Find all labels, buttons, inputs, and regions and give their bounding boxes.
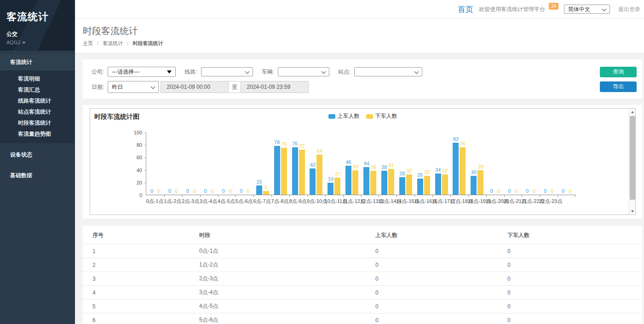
vehicle-select[interactable] bbox=[278, 67, 329, 76]
x-axis-tick bbox=[325, 195, 326, 197]
end-time-input[interactable]: 2024-01-09 23:59 bbox=[241, 81, 309, 93]
sidebar-item-passenger-detail[interactable]: 客流明细 bbox=[0, 73, 75, 84]
bar-group: 00 bbox=[236, 133, 253, 195]
bar-上车人数 bbox=[435, 174, 441, 195]
bar-value-label: 76 bbox=[292, 141, 298, 146]
x-axis-tick bbox=[289, 195, 290, 197]
table-row: 32点-3点00 bbox=[83, 272, 642, 286]
sidebar-item-trend-chart[interactable]: 客流量趋势图 bbox=[0, 128, 75, 139]
x-axis-tick bbox=[361, 195, 362, 197]
x-axis-tick bbox=[540, 195, 540, 197]
sidebar-item-period-stats[interactable]: 时段客流统计 bbox=[0, 117, 75, 128]
chart-scrollbar[interactable] bbox=[629, 109, 635, 214]
table-row: 10点-1点00 bbox=[83, 244, 642, 258]
table-body: 10点-1点0021点-2点0032点-3点0043点-4点0054点-5点00… bbox=[83, 244, 642, 324]
bar-group: 00 bbox=[522, 133, 540, 195]
main-area: 首页 欢迎使用客流统计管理平台 34 简体中文 退出登录 时段客流统计 主页 /… bbox=[75, 0, 644, 324]
sidebar-item-passenger-summary[interactable]: 客流汇总 bbox=[0, 84, 75, 95]
legend-item[interactable]: 下车人数 bbox=[366, 112, 397, 120]
sidebar-item-passenger-stats[interactable]: 客流统计 bbox=[0, 54, 75, 70]
table-cell: 0 bbox=[498, 272, 642, 286]
x-axis-tick-label: 19点-20点 bbox=[486, 198, 504, 205]
bar-上车人数 bbox=[453, 143, 459, 195]
bar-value-label: 0 bbox=[229, 188, 231, 194]
bar-group: 4264 bbox=[307, 133, 325, 195]
bar-value-label: 0 bbox=[150, 188, 153, 194]
table-cell: 2 bbox=[83, 258, 190, 272]
bar-value-label: 0 bbox=[562, 188, 564, 194]
table-cell: 0 bbox=[366, 286, 498, 300]
bar-value-label: 0 bbox=[508, 188, 511, 194]
bar-下车人数 bbox=[334, 178, 340, 195]
bar-value-label: 38 bbox=[381, 164, 387, 170]
home-link[interactable]: 首页 bbox=[458, 4, 473, 15]
sidebar-item-device-status[interactable]: 设备状态 bbox=[0, 146, 75, 164]
filter-panel: 公司: ---请选择--- 线路: 车辆: 站点: bbox=[83, 59, 642, 98]
bar-上车人数 bbox=[363, 167, 369, 195]
language-select-value: 简体中文 bbox=[568, 6, 590, 13]
sidebar-item-station-stats[interactable]: 站点客流统计 bbox=[0, 106, 75, 117]
table-row: 54点-5点00 bbox=[83, 300, 642, 313]
bar-下车人数 bbox=[370, 171, 376, 195]
bar-group: 4639 bbox=[343, 133, 361, 195]
org-switcher[interactable]: AQGJ bbox=[6, 40, 75, 45]
scrollbar-down-icon[interactable] bbox=[629, 208, 636, 214]
legend-swatch bbox=[366, 114, 373, 119]
bar-value-label: 19 bbox=[328, 176, 334, 182]
bar-上车人数 bbox=[256, 185, 262, 195]
sidebar-item-base-data[interactable]: 基础数据 bbox=[0, 167, 75, 185]
breadcrumb-separator: / bbox=[127, 40, 128, 46]
bar-group: 00 bbox=[540, 133, 558, 195]
table-header-cell: 下车人数 bbox=[498, 226, 642, 244]
legend-label: 下车人数 bbox=[375, 112, 397, 120]
notification-badge[interactable]: 34 bbox=[549, 3, 558, 10]
date-preset-select[interactable]: 昨日 bbox=[108, 81, 159, 93]
bar-group: 3841 bbox=[379, 133, 397, 195]
table-cell: 0 bbox=[498, 258, 642, 272]
export-button[interactable]: 导出 bbox=[600, 81, 637, 92]
table-row: 65点-6点00 bbox=[83, 313, 642, 324]
x-axis-tick-label: 13点-14点 bbox=[378, 198, 396, 205]
chart-legend: 上车人数下车人数 bbox=[328, 112, 397, 120]
table-cell: 0点-1点 bbox=[190, 244, 366, 258]
table-cell: 5 bbox=[83, 300, 190, 313]
start-time-input[interactable]: 2024-01-09 00:00 bbox=[161, 81, 229, 93]
bar-group: 00 bbox=[504, 133, 522, 195]
bar-下车人数 bbox=[316, 155, 322, 195]
company-select[interactable]: ---请选择--- bbox=[108, 67, 176, 77]
breadcrumb-home[interactable]: 主页 bbox=[83, 40, 93, 46]
sidebar-item-line-stats[interactable]: 线路客流统计 bbox=[0, 95, 75, 106]
x-axis-tick-label: 16点-17点 bbox=[432, 198, 450, 205]
x-axis-tick bbox=[343, 195, 344, 197]
breadcrumb-section[interactable]: 客流统计 bbox=[103, 40, 123, 46]
x-axis-tick bbox=[379, 195, 379, 197]
table-cell: 5点-6点 bbox=[190, 313, 366, 324]
table-cell: 4点-5点 bbox=[190, 300, 366, 313]
bar-value-label: 78 bbox=[274, 139, 280, 145]
x-axis-tick bbox=[504, 195, 505, 197]
language-select[interactable]: 简体中文 bbox=[564, 5, 610, 14]
y-axis-tick bbox=[144, 145, 146, 145]
table-cell: 2点-3点 bbox=[190, 272, 366, 286]
line-select[interactable] bbox=[201, 67, 253, 76]
bar-group: 7672 bbox=[289, 133, 307, 195]
bar-上车人数 bbox=[328, 183, 334, 195]
table-cell: 3点-4点 bbox=[190, 286, 366, 300]
bar-value-label: 44 bbox=[363, 161, 369, 166]
table-cell: 0 bbox=[498, 313, 642, 324]
query-button[interactable]: 查询 bbox=[600, 67, 637, 77]
scrollbar-thumb[interactable] bbox=[630, 116, 635, 200]
x-axis-tick bbox=[307, 195, 308, 197]
bar-上车人数 bbox=[274, 146, 280, 195]
bar-value-label: 39 bbox=[353, 164, 358, 169]
x-axis-tick-label: 8点-9点 bbox=[289, 198, 307, 205]
scrollbar-up-icon[interactable] bbox=[629, 109, 636, 115]
station-select[interactable] bbox=[354, 67, 422, 76]
date-preset-value: 昨日 bbox=[112, 83, 123, 91]
chart-x-axis: 0点-1点1点-2点2点-3点3点-4点4点-5点5点-6点6点-7点7点-8点… bbox=[146, 198, 575, 205]
x-axis-tick bbox=[236, 195, 236, 197]
logout-link[interactable]: 退出登录 bbox=[618, 6, 640, 13]
table-row: 21点-2点00 bbox=[83, 258, 642, 272]
bar-上车人数 bbox=[381, 171, 387, 195]
legend-item[interactable]: 上车人数 bbox=[328, 112, 360, 120]
